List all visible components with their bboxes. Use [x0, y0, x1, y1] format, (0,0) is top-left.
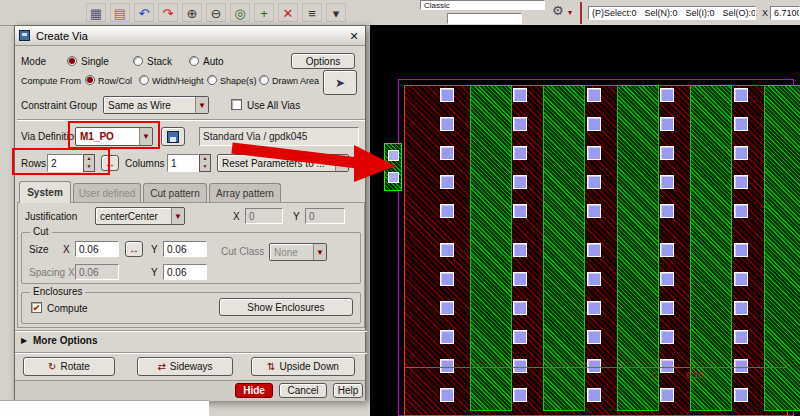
compute-drawnarea-label[interactable]: Drawn Area [272, 76, 319, 86]
via-contact[interactable] [513, 388, 527, 402]
via-contact[interactable] [587, 301, 601, 315]
gear-icon[interactable]: ⚙ [552, 3, 564, 18]
justification-y-field[interactable]: 0 [305, 208, 345, 224]
via-contact[interactable] [734, 204, 748, 218]
tab-system[interactable]: System [19, 181, 71, 203]
via-contact[interactable] [660, 117, 674, 131]
compute-rowcol-radio[interactable] [85, 75, 95, 85]
poly-bar[interactable] [690, 85, 732, 411]
show-enclosures-button[interactable]: Show Enclosures [219, 298, 353, 316]
via-contact[interactable] [660, 146, 674, 160]
via-contact[interactable] [440, 88, 454, 102]
options-button[interactable]: Options [291, 53, 355, 69]
via-contact[interactable] [513, 204, 527, 218]
via-contact[interactable] [660, 330, 674, 344]
mode-stack-label[interactable]: Stack [147, 56, 172, 67]
help-button[interactable]: Help [333, 383, 363, 398]
spinner-up-icon[interactable]: ▲ [200, 155, 210, 163]
mode-single-radio[interactable] [67, 56, 77, 66]
via-contact[interactable] [440, 204, 454, 218]
cut-size-x-field[interactable]: 0.06 [75, 241, 119, 257]
add-icon[interactable]: + [254, 3, 274, 22]
dropdown-arrow-icon[interactable]: ▾ [326, 3, 346, 22]
compute-label[interactable]: Compute [47, 303, 88, 314]
compute-rowcol-label[interactable]: Row/Col [98, 76, 132, 86]
poly-bar[interactable] [470, 85, 512, 411]
via-contact[interactable] [513, 146, 527, 160]
layout-canvas[interactable]: 0 0.15 [370, 25, 800, 416]
via-contact[interactable] [734, 359, 748, 373]
save-via-def-button[interactable] [161, 127, 185, 146]
columns-value[interactable]: 1 [167, 154, 199, 172]
via-contact[interactable] [587, 117, 601, 131]
zoom-out-icon[interactable]: ⊖ [206, 3, 226, 22]
via-contact[interactable] [513, 88, 527, 102]
undo-icon[interactable]: ↶ [134, 3, 154, 22]
via-contact[interactable] [513, 359, 527, 373]
via-contact[interactable] [660, 272, 674, 286]
poly-bar[interactable] [543, 85, 585, 411]
justification-x-field[interactable]: 0 [245, 208, 283, 224]
via-contact[interactable] [513, 330, 527, 344]
via-contact[interactable] [587, 175, 601, 189]
via-contact[interactable] [660, 175, 674, 189]
cancel-button[interactable]: Cancel [279, 383, 327, 398]
toolbar-input[interactable] [447, 13, 522, 24]
pick-shape-button[interactable]: ➤ [323, 70, 357, 95]
via-contact[interactable] [587, 330, 601, 344]
via-contact[interactable] [440, 272, 454, 286]
via-contact[interactable] [587, 146, 601, 160]
via-contact[interactable] [660, 301, 674, 315]
mode-single-label[interactable]: Single [81, 56, 109, 67]
via-contact[interactable] [513, 117, 527, 131]
via-contact[interactable] [660, 243, 674, 257]
via-contact[interactable] [440, 243, 454, 257]
via-contact[interactable] [440, 301, 454, 315]
via-contact[interactable] [513, 175, 527, 189]
via-contact[interactable] [734, 243, 748, 257]
compute-shapes-radio[interactable] [207, 75, 217, 85]
mode-stack-radio[interactable] [133, 56, 143, 66]
via-contact[interactable] [587, 243, 601, 257]
via-contact[interactable] [587, 204, 601, 218]
hide-button[interactable]: Hide [235, 383, 273, 398]
justification-combo[interactable]: centerCenter ▼ [95, 207, 185, 225]
use-all-vias-label[interactable]: Use All Vias [247, 100, 300, 111]
delete-icon[interactable]: ✕ [278, 3, 298, 22]
via-contact[interactable] [660, 204, 674, 218]
tab-cut-pattern[interactable]: Cut pattern [143, 183, 207, 203]
via-contact[interactable] [734, 88, 748, 102]
via-contact[interactable] [587, 272, 601, 286]
cut-size-y-field[interactable]: 0.06 [163, 241, 207, 257]
via-contact[interactable] [440, 330, 454, 344]
via-contact[interactable] [513, 272, 527, 286]
compute-drawnarea-radio[interactable] [259, 75, 269, 85]
workspace-combo[interactable]: Classic [420, 0, 545, 10]
poly-bar[interactable] [617, 85, 659, 411]
via-contact[interactable] [440, 175, 454, 189]
via-contact[interactable] [734, 330, 748, 344]
grid-icon[interactable]: ▦ [86, 3, 106, 22]
expand-arrow-icon[interactable]: ▶ [21, 336, 27, 345]
cut-spacing-y-field[interactable]: 0.06 [163, 264, 207, 280]
fit-view-icon[interactable]: ◎ [230, 3, 250, 22]
upside-down-button[interactable]: ⇅ Upside Down [251, 357, 355, 376]
sideways-button[interactable]: ⇄ Sideways [137, 357, 233, 376]
poly-bar[interactable] [764, 85, 800, 411]
menu-icon[interactable]: ≡ [302, 3, 322, 22]
cut-size-link-button[interactable]: ↔ [125, 241, 143, 257]
clipboard-icon[interactable]: ▤ [110, 3, 130, 22]
tab-array-pattern[interactable]: Array pattern [209, 183, 281, 203]
via-contact[interactable] [660, 359, 674, 373]
mode-auto-label[interactable]: Auto [203, 56, 224, 67]
via-contact[interactable] [440, 146, 454, 160]
redo-icon[interactable]: ↷ [158, 3, 178, 22]
via-contact[interactable] [513, 301, 527, 315]
gear-dropdown-arrow-icon[interactable]: ▾ [568, 8, 572, 17]
dialog-titlebar[interactable]: Create Via ✕ [15, 26, 365, 46]
via-contact[interactable] [734, 146, 748, 160]
via-contact[interactable] [734, 117, 748, 131]
via-contact[interactable] [587, 88, 601, 102]
constraint-group-combo[interactable]: Same as Wire ▼ [103, 96, 209, 114]
mode-auto-radio[interactable] [189, 56, 199, 66]
